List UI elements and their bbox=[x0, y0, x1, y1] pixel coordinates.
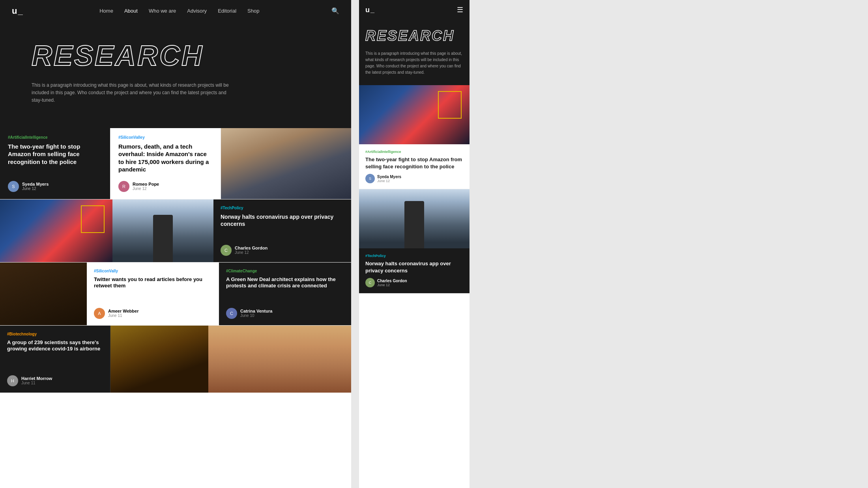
mobile-panel: u_ ☰ RESEARCH This is a paragraph introd… bbox=[359, 0, 470, 488]
article-tag-4: #SiliconVally bbox=[94, 269, 211, 273]
avatar-2: R bbox=[118, 181, 129, 192]
article-image-crowd[interactable] bbox=[221, 128, 351, 199]
hero-description: This is a paragraph introducing what thi… bbox=[32, 82, 237, 104]
article-card-4[interactable]: #SiliconVally Twitter wants you to read … bbox=[87, 263, 219, 325]
mobile-author-name-2: Charles Gordon bbox=[377, 279, 407, 283]
article-tag-3: #TechPolicy bbox=[221, 206, 344, 210]
article-date-2: June 12 bbox=[133, 186, 159, 191]
article-tag-6: #Biotechnology bbox=[7, 332, 103, 336]
article-title-4: Twitter wants you to read articles befor… bbox=[94, 276, 211, 290]
mobile-article-2[interactable]: #TechPolicy Norway halts coronavirus app… bbox=[359, 248, 470, 293]
mobile-date-1: June 12 bbox=[377, 179, 401, 183]
mobile-nav: u_ ☰ bbox=[359, 0, 470, 20]
mobile-logo[interactable]: u_ bbox=[365, 6, 375, 14]
article-card-3[interactable]: #TechPolicy Norway halts coronavirus app… bbox=[213, 199, 351, 262]
article-card-6[interactable]: #Biotechnology A group of 239 scientists… bbox=[0, 326, 110, 393]
search-icon[interactable]: 🔍 bbox=[331, 7, 339, 15]
nav-about[interactable]: About bbox=[124, 8, 138, 14]
mobile-article-1[interactable]: #ArtificialIntelligence The two-year fig… bbox=[359, 144, 470, 189]
avatar-5: C bbox=[226, 308, 237, 319]
author-name-6: Harriet Morrow bbox=[21, 376, 52, 381]
article-image-restaurant[interactable] bbox=[110, 326, 208, 393]
article-title-1: The two-year fight to stop Amazon from s… bbox=[8, 143, 102, 166]
article-image-street[interactable] bbox=[112, 199, 213, 262]
grid-row-4: #Biotechnology A group of 239 scientists… bbox=[0, 326, 351, 393]
nav-editorial[interactable]: Editorial bbox=[218, 8, 236, 14]
author-row-6: H Harriet Morrow June 11 bbox=[7, 375, 103, 386]
nav-shop[interactable]: Shop bbox=[247, 8, 259, 14]
nav-home[interactable]: Home bbox=[99, 8, 113, 14]
grid-row-2: #TechPolicy Norway halts coronavirus app… bbox=[0, 199, 351, 263]
article-card-1[interactable]: #ArtificialIntelligence The two-year fig… bbox=[0, 128, 110, 199]
articles-grid: #ArtificialIntelligence The two-year fig… bbox=[0, 128, 351, 393]
author-row-1: S Syeda Myers June 12 bbox=[8, 181, 102, 192]
article-date-3: June 12 bbox=[235, 250, 268, 255]
grid-row-3: #SiliconVally Twitter wants you to read … bbox=[0, 263, 351, 326]
mobile-image-blue[interactable] bbox=[359, 85, 470, 144]
page-title: RESEARCH bbox=[32, 41, 320, 70]
mobile-face-detection-overlay bbox=[438, 91, 462, 119]
hero-section: RESEARCH This is a paragraph introducing… bbox=[0, 22, 351, 128]
mobile-author-row-1: S Syeda Myers June 12 bbox=[365, 174, 463, 183]
article-date-1: June 12 bbox=[22, 186, 49, 191]
hamburger-menu-icon[interactable]: ☰ bbox=[457, 6, 463, 14]
mobile-author-row-2: C Charles Gordon June 12 bbox=[365, 278, 463, 287]
article-title-6: A group of 239 scientists says there's g… bbox=[7, 339, 103, 353]
article-card-2[interactable]: #SiliconValley Rumors, death, and a tech… bbox=[110, 128, 221, 199]
face-detection-overlay bbox=[81, 205, 105, 233]
article-tag-1: #ArtificialIntelligence bbox=[8, 135, 102, 140]
article-tag-2: #SiliconValley bbox=[118, 135, 213, 140]
author-name-4: Ameer Webber bbox=[108, 309, 138, 313]
avatar-6: H bbox=[7, 375, 18, 386]
article-title-3: Norway halts coronavirus app over privac… bbox=[221, 213, 344, 227]
grid-row-1: #ArtificialIntelligence The two-year fig… bbox=[0, 128, 351, 199]
mobile-article-title-2: Norway halts coronavirus app over privac… bbox=[365, 260, 463, 274]
nav-logo[interactable]: u_ bbox=[12, 6, 24, 16]
mobile-author-name-1: Syeda Myers bbox=[377, 175, 401, 179]
article-tag-5: #ClimateChange bbox=[226, 269, 344, 273]
avatar-4: A bbox=[94, 308, 105, 319]
article-card-5[interactable]: #ClimateChange A Green New Deal architec… bbox=[219, 263, 351, 325]
right-fill bbox=[470, 0, 868, 488]
desktop-nav: u_ Home About Who we are Advisory Editor… bbox=[0, 0, 351, 22]
mobile-hero-desc: This is a paragraph introducing what thi… bbox=[365, 50, 463, 76]
nav-advisory[interactable]: Advisory bbox=[187, 8, 207, 14]
avatar-1: S bbox=[8, 181, 19, 192]
author-row-5: C Catrina Ventura June 10 bbox=[226, 308, 344, 319]
article-image-phone[interactable] bbox=[0, 263, 87, 325]
author-row-3: C Charles Gordon June 12 bbox=[221, 245, 344, 256]
desktop-panel: u_ Home About Who we are Advisory Editor… bbox=[0, 0, 351, 488]
article-title-2: Rumors, death, and a tech overhaul: Insi… bbox=[118, 143, 213, 173]
mobile-image-street[interactable] bbox=[359, 189, 470, 248]
mobile-article-title-1: The two-year fight to stop Amazon from s… bbox=[365, 156, 463, 170]
panel-gap bbox=[351, 0, 359, 488]
article-image-woman[interactable] bbox=[208, 326, 351, 393]
mobile-article-tag-1: #ArtificialIntelligence bbox=[365, 150, 463, 154]
mobile-page-title: RESEARCH bbox=[365, 28, 463, 44]
author-name-3: Charles Gordon bbox=[235, 246, 268, 250]
author-name-2: Romeo Pope bbox=[133, 182, 159, 186]
nav-links: Home About Who we are Advisory Editorial… bbox=[39, 8, 320, 14]
article-title-5: A Green New Deal architect explains how … bbox=[226, 276, 344, 290]
author-name-5: Catrina Ventura bbox=[240, 309, 272, 313]
article-date-4: June 11 bbox=[108, 313, 138, 318]
article-date-5: June 10 bbox=[240, 313, 272, 318]
article-date-6: June 11 bbox=[21, 381, 52, 385]
mobile-avatar-2: C bbox=[365, 278, 375, 287]
article-image-blue[interactable] bbox=[0, 199, 112, 262]
mobile-avatar-1: S bbox=[365, 174, 375, 183]
mobile-date-2: June 12 bbox=[377, 283, 407, 287]
mobile-article-tag-2: #TechPolicy bbox=[365, 254, 463, 258]
author-row-4: A Ameer Webber June 11 bbox=[94, 308, 211, 319]
author-row-2: R Romeo Pope June 12 bbox=[118, 181, 213, 192]
mobile-hero: RESEARCH This is a paragraph introducing… bbox=[359, 20, 470, 85]
avatar-3: C bbox=[221, 245, 232, 256]
nav-who-we-are[interactable]: Who we are bbox=[149, 8, 176, 14]
author-name-1: Syeda Myers bbox=[22, 182, 49, 186]
